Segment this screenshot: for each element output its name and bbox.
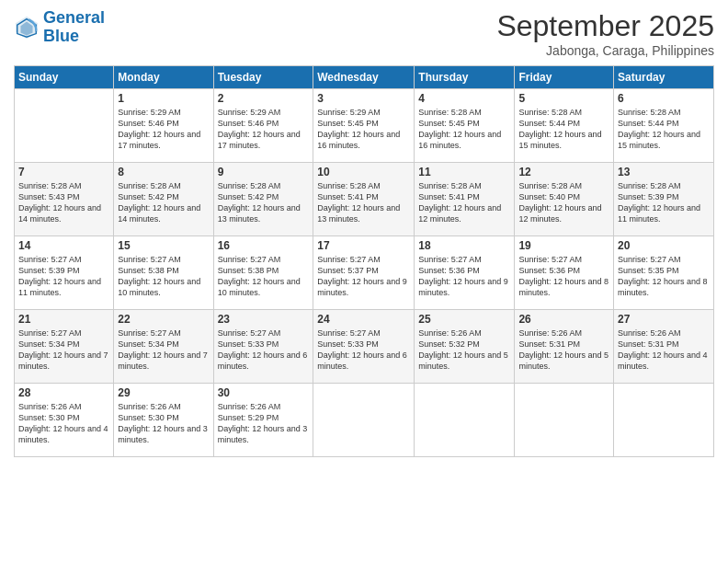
month-title: September 2025: [496, 9, 714, 43]
table-row: 16Sunrise: 5:27 AM Sunset: 5:38 PM Dayli…: [213, 236, 313, 310]
day-info: Sunrise: 5:27 AM Sunset: 5:38 PM Dayligh…: [218, 254, 310, 299]
day-info: Sunrise: 5:29 AM Sunset: 5:46 PM Dayligh…: [218, 107, 310, 152]
day-info: Sunrise: 5:27 AM Sunset: 5:39 PM Dayligh…: [18, 254, 109, 299]
day-number: 13: [618, 166, 710, 178]
logo-general: General: [43, 8, 105, 27]
table-row: 10Sunrise: 5:28 AM Sunset: 5:41 PM Dayli…: [313, 163, 415, 236]
logo: General Blue: [14, 9, 105, 46]
day-info: Sunrise: 5:26 AM Sunset: 5:31 PM Dayligh…: [518, 327, 609, 373]
day-number: 15: [118, 239, 209, 252]
table-row: [515, 384, 614, 457]
title-block: September 2025 Jabonga, Caraga, Philippi…: [496, 9, 714, 58]
day-info: Sunrise: 5:27 AM Sunset: 5:36 PM Dayligh…: [418, 254, 510, 299]
day-info: Sunrise: 5:28 AM Sunset: 5:39 PM Dayligh…: [618, 180, 710, 225]
table-row: 21Sunrise: 5:27 AM Sunset: 5:34 PM Dayli…: [15, 310, 114, 384]
table-row: 30Sunrise: 5:26 AM Sunset: 5:29 PM Dayli…: [213, 384, 313, 457]
page: General Blue September 2025 Jabonga, Car…: [0, 0, 728, 563]
table-row: 14Sunrise: 5:27 AM Sunset: 5:39 PM Dayli…: [15, 236, 114, 310]
day-number: 11: [418, 166, 510, 178]
calendar-week-row: 14Sunrise: 5:27 AM Sunset: 5:39 PM Dayli…: [15, 236, 714, 310]
table-row: 27Sunrise: 5:26 AM Sunset: 5:31 PM Dayli…: [614, 310, 714, 384]
logo-icon: [14, 15, 40, 40]
col-tuesday: Tuesday: [213, 66, 313, 89]
day-info: Sunrise: 5:27 AM Sunset: 5:37 PM Dayligh…: [317, 254, 410, 299]
table-row: 23Sunrise: 5:27 AM Sunset: 5:33 PM Dayli…: [213, 310, 313, 384]
table-row: 28Sunrise: 5:26 AM Sunset: 5:30 PM Dayli…: [15, 384, 114, 457]
day-number: 26: [518, 313, 609, 326]
day-number: 9: [218, 166, 310, 178]
day-info: Sunrise: 5:28 AM Sunset: 5:43 PM Dayligh…: [18, 180, 109, 225]
day-info: Sunrise: 5:28 AM Sunset: 5:40 PM Dayligh…: [518, 180, 609, 225]
day-info: Sunrise: 5:28 AM Sunset: 5:42 PM Dayligh…: [118, 180, 209, 225]
table-row: [15, 89, 114, 163]
day-number: 24: [317, 313, 410, 326]
day-info: Sunrise: 5:26 AM Sunset: 5:32 PM Dayligh…: [418, 327, 510, 373]
table-row: [313, 384, 415, 457]
day-number: 28: [18, 386, 109, 399]
day-info: Sunrise: 5:27 AM Sunset: 5:33 PM Dayligh…: [317, 327, 410, 373]
col-wednesday: Wednesday: [313, 66, 415, 89]
day-info: Sunrise: 5:27 AM Sunset: 5:34 PM Dayligh…: [18, 327, 109, 373]
table-row: 8Sunrise: 5:28 AM Sunset: 5:42 PM Daylig…: [114, 163, 213, 236]
day-number: 8: [118, 166, 209, 178]
calendar-week-row: 28Sunrise: 5:26 AM Sunset: 5:30 PM Dayli…: [15, 384, 714, 457]
logo-blue: Blue: [43, 27, 79, 45]
day-number: 21: [18, 313, 109, 326]
day-number: 30: [218, 386, 310, 399]
col-friday: Friday: [515, 66, 614, 89]
day-info: Sunrise: 5:27 AM Sunset: 5:38 PM Dayligh…: [118, 254, 209, 299]
day-info: Sunrise: 5:29 AM Sunset: 5:45 PM Dayligh…: [317, 107, 410, 152]
day-info: Sunrise: 5:27 AM Sunset: 5:36 PM Dayligh…: [518, 254, 609, 299]
table-row: 13Sunrise: 5:28 AM Sunset: 5:39 PM Dayli…: [614, 163, 714, 236]
day-number: 20: [618, 239, 710, 252]
day-info: Sunrise: 5:26 AM Sunset: 5:30 PM Dayligh…: [18, 401, 109, 446]
table-row: 24Sunrise: 5:27 AM Sunset: 5:33 PM Dayli…: [313, 310, 415, 384]
logo-text: General Blue: [43, 9, 105, 46]
day-number: 10: [317, 166, 410, 178]
table-row: 19Sunrise: 5:27 AM Sunset: 5:36 PM Dayli…: [515, 236, 614, 310]
col-monday: Monday: [114, 66, 213, 89]
table-row: 11Sunrise: 5:28 AM Sunset: 5:41 PM Dayli…: [415, 163, 515, 236]
day-number: 29: [118, 386, 209, 399]
day-number: 19: [518, 239, 609, 252]
day-info: Sunrise: 5:26 AM Sunset: 5:30 PM Dayligh…: [118, 401, 209, 446]
day-number: 18: [418, 239, 510, 252]
day-number: 5: [518, 92, 609, 105]
day-info: Sunrise: 5:28 AM Sunset: 5:41 PM Dayligh…: [418, 180, 510, 225]
table-row: 9Sunrise: 5:28 AM Sunset: 5:42 PM Daylig…: [213, 163, 313, 236]
day-number: 22: [118, 313, 209, 326]
header: General Blue September 2025 Jabonga, Car…: [14, 9, 714, 58]
location-subtitle: Jabonga, Caraga, Philippines: [496, 43, 714, 58]
day-info: Sunrise: 5:27 AM Sunset: 5:34 PM Dayligh…: [118, 327, 209, 373]
table-row: 22Sunrise: 5:27 AM Sunset: 5:34 PM Dayli…: [114, 310, 213, 384]
day-number: 27: [618, 313, 710, 326]
day-number: 16: [218, 239, 310, 252]
col-saturday: Saturday: [614, 66, 714, 89]
table-row: 2Sunrise: 5:29 AM Sunset: 5:46 PM Daylig…: [213, 89, 313, 163]
day-info: Sunrise: 5:26 AM Sunset: 5:31 PM Dayligh…: [618, 327, 710, 373]
table-row: 5Sunrise: 5:28 AM Sunset: 5:44 PM Daylig…: [515, 89, 614, 163]
day-number: 7: [18, 166, 109, 178]
day-number: 3: [317, 92, 410, 105]
table-row: [415, 384, 515, 457]
day-number: 2: [218, 92, 310, 105]
table-row: 18Sunrise: 5:27 AM Sunset: 5:36 PM Dayli…: [415, 236, 515, 310]
day-info: Sunrise: 5:26 AM Sunset: 5:29 PM Dayligh…: [218, 401, 310, 446]
table-row: 29Sunrise: 5:26 AM Sunset: 5:30 PM Dayli…: [114, 384, 213, 457]
table-row: 4Sunrise: 5:28 AM Sunset: 5:45 PM Daylig…: [415, 89, 515, 163]
day-info: Sunrise: 5:27 AM Sunset: 5:35 PM Dayligh…: [618, 254, 710, 299]
day-info: Sunrise: 5:28 AM Sunset: 5:45 PM Dayligh…: [418, 107, 510, 152]
table-row: 12Sunrise: 5:28 AM Sunset: 5:40 PM Dayli…: [515, 163, 614, 236]
day-info: Sunrise: 5:27 AM Sunset: 5:33 PM Dayligh…: [218, 327, 310, 373]
day-number: 6: [618, 92, 710, 105]
calendar-week-row: 7Sunrise: 5:28 AM Sunset: 5:43 PM Daylig…: [15, 163, 714, 236]
calendar-week-row: 21Sunrise: 5:27 AM Sunset: 5:34 PM Dayli…: [15, 310, 714, 384]
day-info: Sunrise: 5:28 AM Sunset: 5:44 PM Dayligh…: [518, 107, 609, 152]
col-sunday: Sunday: [15, 66, 114, 89]
table-row: 7Sunrise: 5:28 AM Sunset: 5:43 PM Daylig…: [15, 163, 114, 236]
table-row: 3Sunrise: 5:29 AM Sunset: 5:45 PM Daylig…: [313, 89, 415, 163]
day-number: 12: [518, 166, 609, 178]
table-row: [614, 384, 714, 457]
day-number: 1: [118, 92, 209, 105]
day-number: 23: [218, 313, 310, 326]
